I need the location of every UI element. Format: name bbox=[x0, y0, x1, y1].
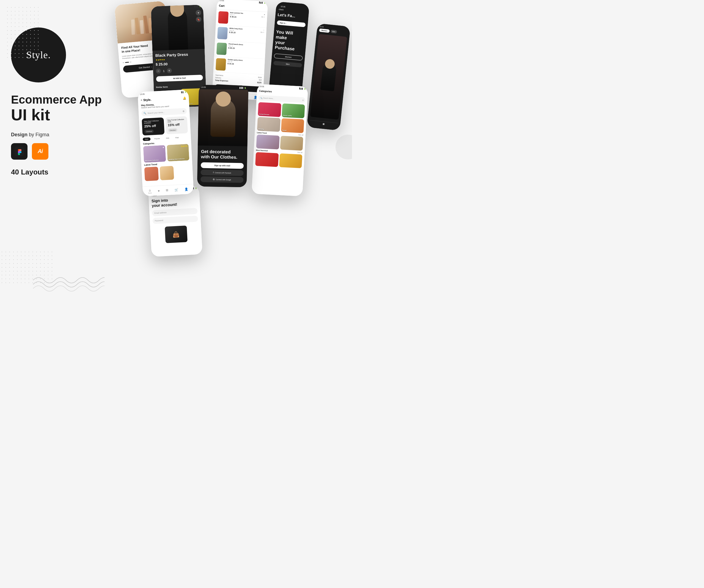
product-actions: ♥ 🔖 bbox=[195, 10, 201, 22]
cat-rating: ★★★★ bbox=[181, 145, 187, 147]
cart-item: White long dress Size: M $ 25.15 × Qty: … bbox=[215, 25, 267, 44]
sign-account-screen: 10:05 ▋▋▋ 🔋 ‹ Back Sign intoyour account… bbox=[148, 186, 203, 257]
cat-card-1[interactable]: Ball Gown Collection ♥ bbox=[143, 145, 166, 162]
search-placeholder: Search your items... bbox=[148, 111, 165, 114]
cart-item-info: Red summer foa Size: S $ 30.15 bbox=[230, 12, 260, 25]
title-line1: Ecommerce App bbox=[11, 93, 102, 106]
svg-point-1 bbox=[19, 151, 21, 153]
promo2-label: New Formal Collection avail... bbox=[168, 118, 185, 123]
search-icon: 🔍 bbox=[143, 112, 146, 115]
searched-item-1 bbox=[255, 152, 279, 167]
qty-increase[interactable]: + bbox=[167, 68, 172, 73]
promo2-discount: 15% off bbox=[168, 122, 185, 127]
trend-item-2 bbox=[160, 166, 174, 181]
figma-logo-svg bbox=[14, 147, 24, 156]
categories-search[interactable]: 🔍 Search items... ⚙ bbox=[258, 95, 305, 103]
tab-flats[interactable]: Flats bbox=[173, 136, 181, 140]
cat-grid-formal[interactable]: Formal Dresses bbox=[258, 102, 281, 117]
dots-decoration bbox=[5, 5, 39, 60]
nav-favorites[interactable]: ♥ bbox=[158, 189, 160, 192]
latest-trend-items bbox=[141, 165, 193, 181]
promo-card-1: New Heel Collection available! 25% off C… bbox=[141, 117, 165, 135]
men-btn-2[interactable]: Men bbox=[330, 30, 337, 34]
phone-sign-account: 10:05 ▋▋▋ 🔋 ‹ Back Sign intoyour account… bbox=[148, 186, 203, 257]
cat-grid-casual2[interactable]: Casual bbox=[281, 118, 304, 133]
qty-value: 1 bbox=[163, 69, 165, 72]
cart-item-info: White long dress Size: M $ 25.15 bbox=[229, 27, 259, 41]
promo1-discount: 25% off bbox=[144, 124, 162, 128]
phone-partial-right-2: 10:05 Women Men ⊞ bbox=[307, 23, 350, 131]
bookmark-button[interactable]: 🔖 bbox=[196, 16, 201, 22]
nav-icon-grid[interactable]: ⊞ bbox=[322, 123, 325, 126]
profile-icon: 👤 bbox=[184, 187, 188, 191]
cart-item: Red summer foa Size: S $ 30.15 × Qty: 1 bbox=[216, 9, 268, 28]
decorated-title: Get decoratedwith Our Clothes. bbox=[201, 149, 244, 160]
trend-item-summer bbox=[280, 136, 303, 150]
product-image: ♥ 🔖 bbox=[151, 8, 204, 51]
ai-illustrator-icon: Ai bbox=[32, 143, 48, 159]
home-icon: ⌂ bbox=[149, 189, 151, 192]
qty-decrease[interactable]: − bbox=[156, 68, 161, 74]
cart-item: Floral beach dress Size: S $ 20.15 bbox=[214, 41, 266, 59]
cart-item-image bbox=[217, 43, 227, 55]
cat-grid-casual[interactable]: Casual outfits bbox=[282, 103, 305, 118]
home-screen: 10:05 ▋▋ 🔋 ≡ Style. 🔔 Hey Emma, Search a… bbox=[137, 89, 194, 196]
signup-mail-button[interactable]: Sign up with mail bbox=[201, 162, 244, 169]
decorated-content: Get decoratedwith Our Clothes. Sign up w… bbox=[197, 145, 247, 187]
google-button[interactable]: G Connect with Google bbox=[200, 176, 243, 183]
lets-fa-title: Let's Fa... bbox=[278, 12, 306, 19]
women-button[interactable]: Women bbox=[274, 53, 303, 60]
notification-icon[interactable]: 🔔 bbox=[183, 96, 186, 100]
nav-grid[interactable]: ⊞ bbox=[166, 189, 169, 192]
cart-item-image bbox=[217, 27, 228, 40]
cat-card-2[interactable]: Wedding Heel Collection ★★★★ bbox=[167, 144, 189, 161]
add-to-cart-button[interactable]: ⊕ Add to Cart bbox=[156, 75, 203, 82]
phone-categories: 10:05 ▋▋▋ 🔋 Categories 🔍 Search items...… bbox=[252, 84, 308, 196]
main-title: Ecommerce App UI kit bbox=[11, 93, 102, 124]
promo2-btn[interactable]: Checkout bbox=[168, 128, 177, 132]
favorite-button[interactable]: ♥ bbox=[195, 10, 201, 16]
dot-1 bbox=[123, 62, 124, 63]
promo1-label: New Heel Collection available! bbox=[144, 120, 162, 124]
model-image-dark bbox=[310, 34, 347, 120]
cat-heart-icon: ♥ bbox=[163, 146, 164, 149]
women-btn-2[interactable]: Women bbox=[319, 28, 330, 33]
category-cards: Ball Gown Collection ♥ Wedding Heel Coll… bbox=[140, 144, 192, 163]
facebook-button[interactable]: f Connect with Faceook bbox=[200, 170, 243, 176]
categories-screen: 10:05 ▋▋▋ 🔋 Categories 🔍 Search items...… bbox=[252, 84, 308, 196]
cart-item-image bbox=[216, 58, 226, 71]
status-icons: ▋▋▋ 🔋 bbox=[259, 1, 266, 4]
tool-icons-row: Ai bbox=[11, 143, 48, 159]
grid-icon: ⊞ bbox=[166, 189, 169, 192]
quantity-row: − 1 + bbox=[156, 67, 203, 74]
men-button[interactable]: Men bbox=[273, 61, 302, 67]
cat-grid-wedding[interactable]: Wedding bbox=[257, 117, 281, 132]
google-icon: G bbox=[213, 178, 215, 181]
cart-item: Golden party dress Size: M $ 10.15 bbox=[214, 56, 265, 75]
right-partial-screen: 10:05 Women Men ⊞ bbox=[307, 23, 350, 131]
filter-icon[interactable]: ⚙ bbox=[183, 110, 184, 112]
bottom-dots-decoration bbox=[0, 250, 55, 283]
menu-icon[interactable]: ≡ bbox=[140, 99, 142, 102]
category-grid: Formal Dresses Casual outfits Wedding Ca… bbox=[255, 102, 307, 133]
heart-icon: ♥ bbox=[158, 189, 160, 192]
nav-cart[interactable]: 🛒 bbox=[174, 188, 178, 192]
product-price: $ 25.00 bbox=[156, 61, 202, 66]
sign-in-button[interactable]: Sign in › bbox=[277, 20, 306, 27]
promo1-btn[interactable]: Checkout bbox=[144, 129, 154, 133]
layouts-count: 40 Layouts bbox=[11, 168, 48, 176]
tab-kids[interactable]: Kids bbox=[164, 136, 172, 140]
tab-new[interactable]: New bbox=[143, 137, 151, 141]
facebook-icon: f bbox=[213, 171, 214, 174]
phones-area: Find All Your Needin one Place! Lorem ip… bbox=[105, 0, 352, 294]
accessory-image: 👜 bbox=[165, 225, 187, 243]
hero-image-dark bbox=[198, 89, 248, 146]
nav-home[interactable]: ⌂ Home bbox=[148, 189, 152, 194]
product-name: Black Party Dress bbox=[155, 52, 202, 58]
nav-profile[interactable]: 👤 bbox=[184, 187, 188, 191]
circle-decoration bbox=[336, 135, 352, 159]
cart-item-image bbox=[218, 11, 229, 24]
tab-popular[interactable]: Popular bbox=[152, 137, 162, 141]
password-input[interactable]: Password bbox=[152, 215, 198, 224]
product-info: Black Party Dress ★★★★★ $ 25.00 − 1 + ⊕ … bbox=[152, 49, 206, 85]
